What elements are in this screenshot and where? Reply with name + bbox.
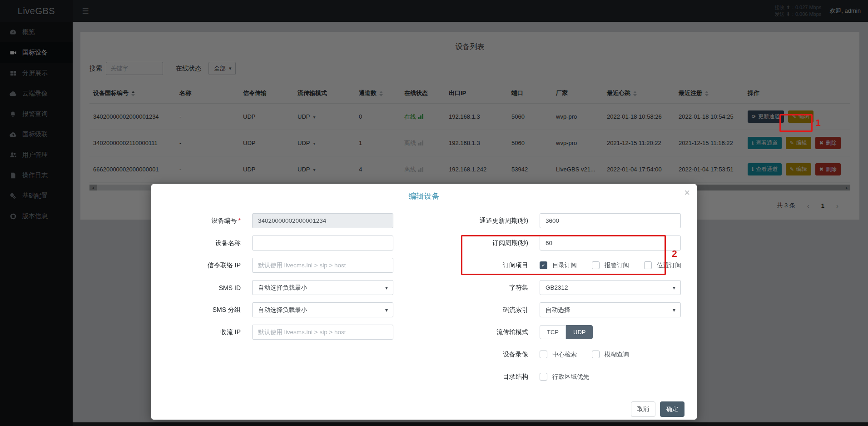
annotation-step-2: 2 bbox=[672, 248, 677, 259]
form-row-stream-index: 码流索引 自动选择▾ bbox=[426, 302, 685, 317]
form-row-device-record: 设备录像 中心检索 模糊查询 bbox=[426, 347, 685, 362]
chevron-down-icon: ▾ bbox=[673, 307, 675, 313]
form-row-sip-ip: 信令联络 IP bbox=[172, 258, 414, 273]
channel-refresh-field[interactable] bbox=[540, 213, 681, 228]
chevron-down-icon: ▾ bbox=[673, 285, 675, 291]
admin-region-checkbox[interactable] bbox=[540, 373, 547, 381]
form-row-channel-refresh: 通道更新周期(秒) bbox=[426, 213, 685, 228]
form-row-device-id: 设备编号* bbox=[172, 213, 414, 228]
confirm-button[interactable]: 确定 bbox=[660, 401, 684, 417]
center-search-label: 中心检索 bbox=[552, 351, 577, 359]
channel-refresh-label: 通道更新周期(秒) bbox=[426, 217, 528, 225]
annotation-box-subscribe-fields bbox=[461, 235, 666, 275]
close-icon[interactable]: × bbox=[684, 188, 690, 198]
chevron-down-icon: ▾ bbox=[385, 285, 388, 291]
tcp-option[interactable]: TCP bbox=[540, 325, 566, 339]
cancel-button[interactable]: 取消 bbox=[631, 401, 655, 417]
modal-title: 编辑设备 bbox=[151, 184, 697, 201]
annotation-step-1: 1 bbox=[815, 117, 821, 128]
admin-region-label: 行政区域优先 bbox=[552, 373, 589, 381]
stream-index-label: 码流索引 bbox=[426, 306, 528, 314]
udp-option[interactable]: UDP bbox=[566, 325, 593, 339]
form-row-sms-group: SMS 分组 自动选择负载最小▾ bbox=[172, 302, 414, 317]
fuzzy-query-checkbox[interactable] bbox=[592, 351, 600, 358]
form-row-device-name: 设备名称 bbox=[172, 236, 414, 251]
sms-id-select[interactable]: 自动选择负载最小▾ bbox=[252, 280, 393, 295]
stream-mode-toggle: TCP UDP bbox=[540, 325, 593, 339]
device-record-options: 中心检索 模糊查询 bbox=[540, 351, 629, 359]
charset-select[interactable]: GB2312▾ bbox=[540, 280, 681, 295]
center-search-checkbox[interactable] bbox=[540, 351, 547, 358]
sms-group-select[interactable]: 自动选择负载最小▾ bbox=[252, 302, 393, 317]
stream-index-select[interactable]: 自动选择▾ bbox=[540, 302, 681, 317]
modal-body: 设备编号* 设备名称 信令联络 IP SMS ID 自动选择负载最小▾ SMS … bbox=[151, 201, 697, 391]
charset-label: 字符集 bbox=[426, 284, 528, 292]
form-row-recv-ip: 收流 IP bbox=[172, 325, 414, 340]
annotation-box-edit-button bbox=[779, 114, 813, 132]
edit-device-modal: 编辑设备 × 设备编号* 设备名称 信令联络 IP SMS ID 自动选择负载最… bbox=[151, 184, 697, 420]
recv-ip-label: 收流 IP bbox=[172, 328, 241, 336]
device-id-field bbox=[252, 213, 393, 228]
device-id-label: 设备编号* bbox=[172, 217, 241, 225]
sms-group-label: SMS 分组 bbox=[172, 306, 241, 314]
sms-id-label: SMS ID bbox=[172, 284, 241, 291]
form-row-stream-mode: 流传输模式 TCP UDP bbox=[426, 325, 685, 340]
stream-mode-label: 流传输模式 bbox=[426, 328, 528, 336]
device-name-label: 设备名称 bbox=[172, 239, 241, 247]
form-row-sms-id: SMS ID 自动选择负载最小▾ bbox=[172, 280, 414, 295]
form-column-left: 设备编号* 设备名称 信令联络 IP SMS ID 自动选择负载最小▾ SMS … bbox=[172, 213, 414, 391]
required-asterisk: * bbox=[238, 217, 241, 224]
sip-contact-ip-field[interactable] bbox=[252, 258, 393, 273]
modal-footer: 取消 确定 bbox=[151, 398, 697, 420]
device-name-field[interactable] bbox=[252, 236, 393, 251]
sip-contact-ip-label: 信令联络 IP bbox=[172, 261, 241, 270]
dir-structure-label: 目录结构 bbox=[426, 373, 528, 381]
form-row-dir-structure: 目录结构 行政区域优先 bbox=[426, 369, 685, 384]
chevron-down-icon: ▾ bbox=[385, 307, 388, 313]
device-record-label: 设备录像 bbox=[426, 351, 528, 359]
dir-structure-options: 行政区域优先 bbox=[540, 373, 589, 381]
fuzzy-query-label: 模糊查询 bbox=[605, 351, 629, 359]
form-row-charset: 字符集 GB2312▾ bbox=[426, 280, 685, 295]
recv-ip-field[interactable] bbox=[252, 325, 393, 340]
